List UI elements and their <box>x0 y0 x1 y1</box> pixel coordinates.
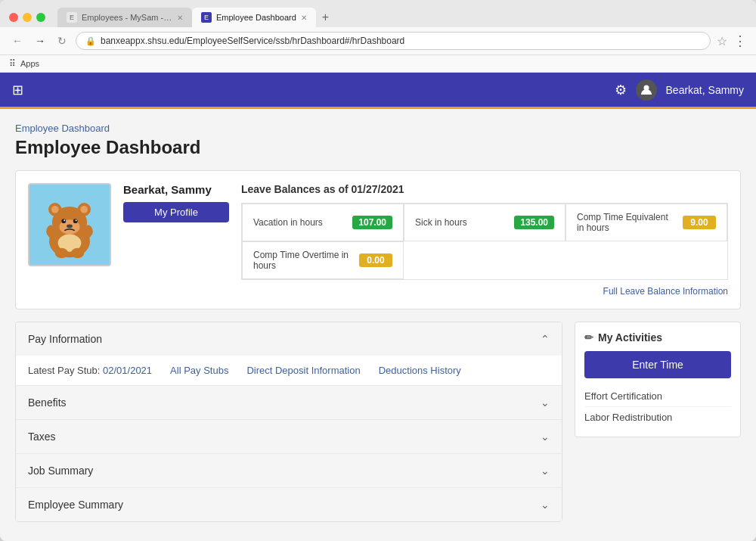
leave-value-comp-equiv: 9.00 <box>683 216 716 229</box>
chevron-down-icon-employee: ⌄ <box>541 499 550 511</box>
top-nav: ⊞ ⚙ Bearkat, Sammy <box>0 73 756 109</box>
accordion-header-benefits[interactable]: Benefits ⌄ <box>16 386 562 419</box>
all-pay-stubs-link[interactable]: All Pay Stubs <box>170 365 228 376</box>
labor-redistribution-link[interactable]: Labor Redistribution <box>584 407 731 428</box>
user-avatar-icon <box>636 79 657 101</box>
content-layout: Pay Information ⌃ Latest Pay Stub: 02/01… <box>15 322 741 522</box>
accordion-item-taxes: Taxes ⌄ <box>16 420 562 454</box>
address-text: banxeappx.shsu.edu/EmployeeSelfService/s… <box>101 36 404 46</box>
browser-toolbar: ← → ↻ 🔒 banxeappx.shsu.edu/EmployeeSelfS… <box>0 27 756 55</box>
page-title: Employee Dashboard <box>15 137 741 158</box>
tab-favicon-2: E <box>201 12 212 23</box>
accordion-header-pay[interactable]: Pay Information ⌃ <box>16 322 562 356</box>
leave-item-comp-equiv: Comp Time Equivalent in hours 9.00 <box>565 204 727 241</box>
accordion-content-pay: Latest Pay Stub: 02/01/2021 All Pay Stub… <box>16 356 562 385</box>
leave-value-vacation: 107.00 <box>352 216 392 229</box>
svg-point-7 <box>80 206 88 213</box>
browser-window: E Employees - MySam - Sam Ho... ✕ E Empl… <box>0 0 756 541</box>
deductions-history-link[interactable]: Deductions History <box>379 365 461 376</box>
svg-point-11 <box>64 219 65 221</box>
accordion-title-taxes: Taxes <box>28 431 56 443</box>
apps-bar: ⠿ Apps <box>0 55 756 73</box>
direct-deposit-link[interactable]: Direct Deposit Information <box>246 365 360 376</box>
leave-label-sick: Sick in hours <box>415 217 508 228</box>
page-content: Employee Dashboard Employee Dashboard <box>0 109 756 541</box>
leave-item-vacation: Vacation in hours 107.00 <box>242 204 404 241</box>
nav-right: ⚙ Bearkat, Sammy <box>615 79 744 101</box>
browser-menu-button[interactable]: ⋮ <box>733 33 747 49</box>
tabs-row: E Employees - MySam - Sam Ho... ✕ E Empl… <box>57 8 335 27</box>
tab-close-2[interactable]: ✕ <box>301 14 307 22</box>
apps-grid-icon: ⠿ <box>9 58 16 69</box>
profile-info: Bearkat, Sammy My Profile <box>123 183 229 222</box>
full-leave-link[interactable]: Full Leave Balance Information <box>28 286 728 297</box>
address-bar[interactable]: 🔒 banxeappx.shsu.edu/EmployeeSelfService… <box>76 32 711 50</box>
accordion-header-job[interactable]: Job Summary ⌄ <box>16 454 562 487</box>
svg-point-10 <box>73 219 78 223</box>
leave-item-sick: Sick in hours 135.00 <box>404 204 565 241</box>
tab-label-2: Employee Dashboard <box>216 13 296 22</box>
tab-close-1[interactable]: ✕ <box>177 14 183 22</box>
close-button[interactable] <box>9 13 18 22</box>
accordion-item-employee: Employee Summary ⌄ <box>16 488 562 521</box>
effort-certification-link[interactable]: Effort Certification <box>584 386 731 407</box>
enter-time-button[interactable]: Enter Time <box>584 351 731 378</box>
chevron-down-icon-benefits: ⌄ <box>541 396 550 409</box>
forward-button[interactable]: → <box>32 33 48 48</box>
leave-item-comp-ot: Comp Time Overtime in hours 0.00 <box>242 241 404 279</box>
leave-value-sick: 135.00 <box>514 216 554 229</box>
accordion-item-pay: Pay Information ⌃ Latest Pay Stub: 02/01… <box>16 322 562 386</box>
pencil-icon: ✏ <box>584 331 593 344</box>
activities-card: ✏ My Activities Enter Time Effort Certif… <box>575 322 741 437</box>
apps-label: Apps <box>20 59 39 68</box>
traffic-lights <box>9 13 45 22</box>
leave-grid: Vacation in hours 107.00 Sick in hours 1… <box>241 203 728 280</box>
left-panel: Pay Information ⌃ Latest Pay Stub: 02/01… <box>15 322 562 522</box>
svg-point-13 <box>67 225 73 229</box>
tab-dashboard[interactable]: E Employee Dashboard ✕ <box>192 8 316 27</box>
accordion-title-job: Job Summary <box>28 465 93 477</box>
refresh-button[interactable]: ↻ <box>54 33 70 48</box>
leave-label-comp-ot: Comp Time Overtime in hours <box>253 250 353 271</box>
new-tab-button[interactable]: + <box>316 8 335 27</box>
accordion-header-taxes[interactable]: Taxes ⌄ <box>16 420 562 453</box>
accordion: Pay Information ⌃ Latest Pay Stub: 02/01… <box>15 322 562 522</box>
accordion-item-benefits: Benefits ⌄ <box>16 386 562 420</box>
tab-employees[interactable]: E Employees - MySam - Sam Ho... ✕ <box>57 8 192 27</box>
right-panel: ✏ My Activities Enter Time Effort Certif… <box>575 322 741 522</box>
accordion-title-benefits: Benefits <box>28 396 67 409</box>
chevron-down-icon-taxes: ⌄ <box>541 431 550 443</box>
breadcrumb[interactable]: Employee Dashboard <box>15 123 110 134</box>
svg-point-15 <box>55 248 68 258</box>
accordion-header-employee[interactable]: Employee Summary ⌄ <box>16 488 562 521</box>
pay-info-content: Latest Pay Stub: 02/01/2021 All Pay Stub… <box>28 365 550 376</box>
maximize-button[interactable] <box>36 13 45 22</box>
profile-section: Bearkat, Sammy My Profile Leave Balances… <box>28 183 728 280</box>
latest-date-link[interactable]: 02/01/2021 <box>103 365 152 376</box>
svg-point-16 <box>71 248 84 258</box>
bookmark-button[interactable]: ☆ <box>717 34 727 48</box>
svg-point-9 <box>61 219 66 223</box>
chevron-up-icon: ⌃ <box>541 333 550 345</box>
nav-grid-icon[interactable]: ⊞ <box>12 82 23 98</box>
employee-name: Bearkat, Sammy <box>123 183 229 196</box>
tab-label-1: Employees - MySam - Sam Ho... <box>82 13 172 22</box>
leave-title: Leave Balances as of 01/27/2021 <box>241 183 728 195</box>
my-profile-button[interactable]: My Profile <box>123 202 229 222</box>
settings-icon[interactable]: ⚙ <box>615 82 627 98</box>
activities-title-label: My Activities <box>598 331 662 344</box>
profile-leave-card: Bearkat, Sammy My Profile Leave Balances… <box>15 170 741 309</box>
back-button[interactable]: ← <box>9 33 26 48</box>
svg-point-12 <box>76 219 77 221</box>
chevron-down-icon-job: ⌄ <box>541 465 550 477</box>
leave-label-comp-equiv: Comp Time Equivalent in hours <box>577 212 677 233</box>
accordion-item-job: Job Summary ⌄ <box>16 454 562 488</box>
svg-point-6 <box>51 206 59 213</box>
lock-icon: 🔒 <box>85 36 96 46</box>
minimize-button[interactable] <box>23 13 32 22</box>
latest-pay-stub-text: Latest Pay Stub: 02/01/2021 <box>28 365 152 376</box>
accordion-title-pay: Pay Information <box>28 333 102 345</box>
browser-titlebar: E Employees - MySam - Sam Ho... ✕ E Empl… <box>0 0 756 27</box>
nav-username: Bearkat, Sammy <box>666 84 744 96</box>
leave-label-vacation: Vacation in hours <box>253 217 346 228</box>
